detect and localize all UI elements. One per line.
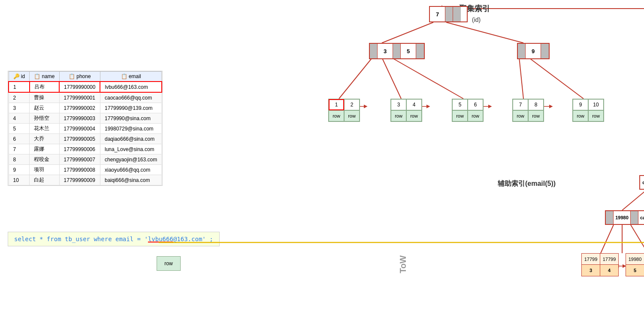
sec-leaf-1: 17799 3 17799 4	[581, 253, 619, 276]
cell-phone: 17799990000	[59, 82, 100, 92]
cell-name: 孙悟空	[30, 113, 59, 124]
col-header-name: 📋 name	[30, 72, 59, 82]
svg-line-5	[519, 58, 523, 99]
cell-email: 17799990@139.com	[100, 103, 161, 113]
cell-name: 露娜	[30, 144, 59, 154]
ptr	[606, 211, 614, 224]
table-header: 🔑 id📋 name📋 phone📋 email	[9, 72, 162, 82]
cell-name: 程咬金	[30, 154, 59, 165]
table-body: 1吕布17799990000lvbu666@163.com2曹操17799990…	[9, 82, 162, 185]
clustered-level1-right: 9	[517, 43, 550, 59]
svg-line-2	[339, 58, 372, 99]
secondary-root: daqia	[639, 175, 644, 190]
clustered-leaf-3: 5 6 row row	[452, 99, 484, 122]
svg-line-3	[382, 58, 401, 99]
cell-email: lvbu666@163.com	[100, 82, 161, 92]
val-9: 9	[526, 44, 541, 58]
table-row: 7露娜17799990006luna_Love@sina.com	[9, 144, 162, 154]
secondary-index-label: 辅助索引(email(5))	[498, 179, 556, 188]
cell-phone: 17799990009	[59, 175, 100, 185]
cell-id: 3	[9, 103, 30, 113]
cell-email: caocao666@qq.com	[100, 92, 161, 103]
clustered-index-sublabel: (id)	[472, 16, 481, 23]
cell-email: daqiao666@sina.com	[100, 134, 161, 144]
ptr	[631, 211, 638, 224]
btree-area: 聚集索引 (id) 7 3 5 9 1 2 row row 3 4	[249, 0, 635, 318]
cell-phone: 17799990002	[59, 103, 100, 113]
svg-line-11	[622, 189, 644, 210]
data-table: 🔑 id📋 name📋 phone📋 email 1吕布17799990000l…	[8, 71, 163, 186]
ptr	[393, 44, 401, 58]
root-ptr-left	[445, 7, 453, 21]
connector-lines	[249, 0, 635, 318]
cell-id: 5	[9, 124, 30, 134]
sec-root-val: daqia	[640, 176, 644, 189]
clustered-leaf-5: 9 10 row row	[572, 99, 604, 122]
cell-phone: 17799990007	[59, 154, 100, 165]
cell-email: 19980729@sina.com	[100, 124, 161, 134]
table-row: 6大乔17799990005daqiao666@sina.com	[9, 134, 162, 144]
leaf-num: 1	[329, 99, 344, 110]
clustered-leaf-2: 3 4 row row	[390, 99, 422, 122]
cell-id: 4	[9, 113, 30, 124]
table-row: 2曹操17799990001caocao666@qq.com	[9, 92, 162, 103]
val-3: 3	[378, 44, 393, 58]
svg-line-1	[446, 22, 523, 43]
sql-text: select * from tb_user where email = 'lvb…	[14, 236, 213, 242]
leaf-row: row	[329, 110, 344, 121]
cell-id: 9	[9, 165, 30, 175]
cell-phone: 17799990006	[59, 144, 100, 154]
col-header-email: 📋 email	[100, 72, 161, 82]
val-caoca: caoca	[638, 211, 644, 224]
cell-email: 1779990@sina.com	[100, 113, 161, 124]
cell-id: 10	[9, 175, 30, 185]
val-19980: 19980	[614, 211, 631, 224]
ptr	[370, 44, 378, 58]
row-legend: row	[157, 256, 181, 271]
ptr	[541, 44, 549, 58]
clustered-leaf-4: 7 8 row row	[512, 99, 544, 122]
sql-box: select * from tb_user where email = 'lvb…	[8, 232, 220, 246]
cell-name: 曹操	[30, 92, 59, 103]
svg-line-0	[382, 22, 433, 43]
svg-line-4	[391, 58, 463, 99]
leaf-num: 2	[344, 99, 360, 110]
cell-id: 2	[9, 92, 30, 103]
cell-phone: 17799990008	[59, 165, 100, 175]
clustered-level1-left: 3 5	[369, 43, 425, 59]
leaf-row: row	[344, 110, 360, 121]
cell-name: 赵云	[30, 103, 59, 113]
cell-id: 8	[9, 154, 30, 165]
ptr	[416, 44, 424, 58]
table-row: 10白起17799990009baiqi666@sina.com	[9, 175, 162, 185]
table-row: 3赵云1779999000217799990@139.com	[9, 103, 162, 113]
clustered-leaf-1: 1 2 row row	[328, 99, 360, 122]
col-header-phone: 📋 phone	[59, 72, 100, 82]
cell-phone: 17799990005	[59, 134, 100, 144]
sec-leaf-2: 19980 5 baiqi 10	[626, 253, 644, 276]
cell-id: 6	[9, 134, 30, 144]
root-ptr-right	[453, 7, 461, 21]
cell-phone: 17799990003	[59, 113, 100, 124]
cell-name: 白起	[30, 175, 59, 185]
clustered-root-node: 7	[429, 6, 468, 22]
cell-id: 1	[9, 82, 30, 92]
table-row: 9项羽17799990008xiaoyu666@qq.com	[9, 165, 162, 175]
cell-email: luna_Love@sina.com	[100, 144, 161, 154]
svg-line-6	[529, 58, 584, 99]
table-row: 8程咬金17799990007chengyaojin@163.com	[9, 154, 162, 165]
svg-line-15	[631, 225, 644, 253]
cell-phone: 17799990004	[59, 124, 100, 134]
ptr	[518, 44, 526, 58]
cell-name: 项羽	[30, 165, 59, 175]
cell-name: 大乔	[30, 134, 59, 144]
cell-id: 7	[9, 144, 30, 154]
cell-email: chengyaojin@163.com	[100, 154, 161, 165]
cell-email: baiqi666@sina.com	[100, 175, 161, 185]
cell-email: xiaoyu666@qq.com	[100, 165, 161, 175]
tow-label: ToW	[398, 255, 408, 273]
root-value: 7	[430, 7, 445, 21]
table-row: 1吕布17799990000lvbu666@163.com	[9, 82, 162, 92]
table-row: 4孙悟空177999900031779990@sina.com	[9, 113, 162, 124]
cell-name: 花木兰	[30, 124, 59, 134]
